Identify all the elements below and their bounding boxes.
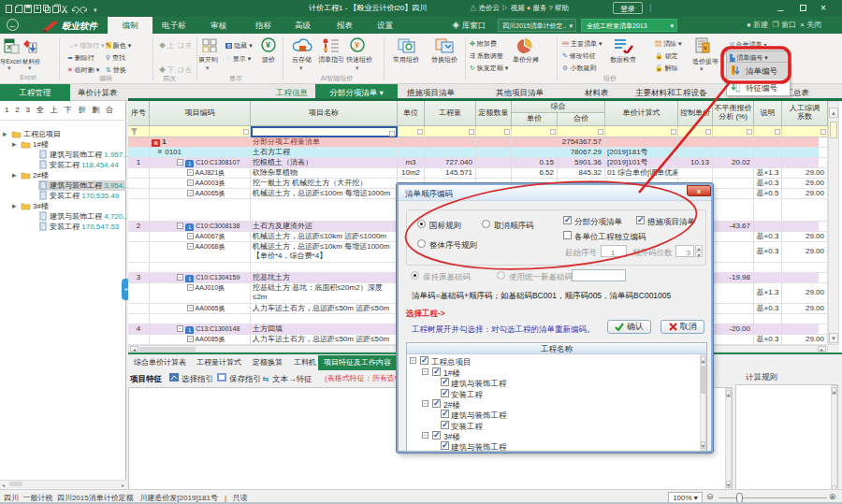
svg-text:¥: ¥ [704, 45, 707, 51]
svg-text:¥: ¥ [355, 40, 359, 50]
svg-text:¥: ¥ [266, 40, 270, 50]
